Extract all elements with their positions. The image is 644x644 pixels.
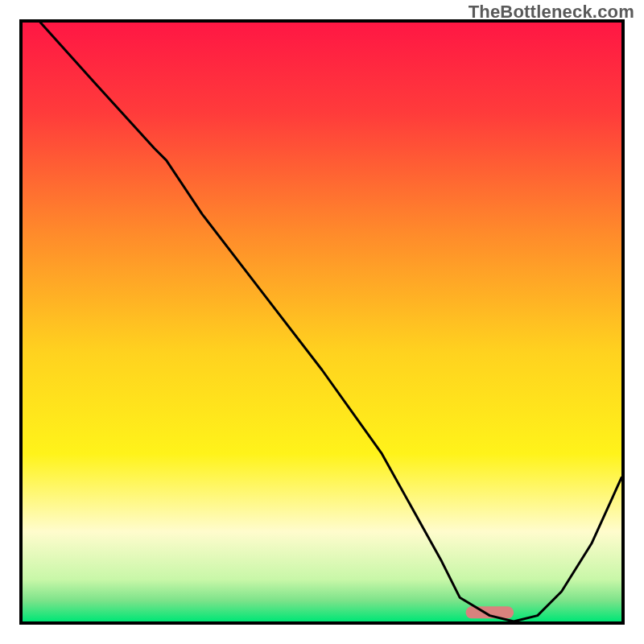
plot-background <box>23 23 621 621</box>
chart-container: TheBottleneck.com <box>0 0 644 644</box>
watermark-text: TheBottleneck.com <box>469 2 634 23</box>
bottleneck-chart <box>0 0 644 644</box>
